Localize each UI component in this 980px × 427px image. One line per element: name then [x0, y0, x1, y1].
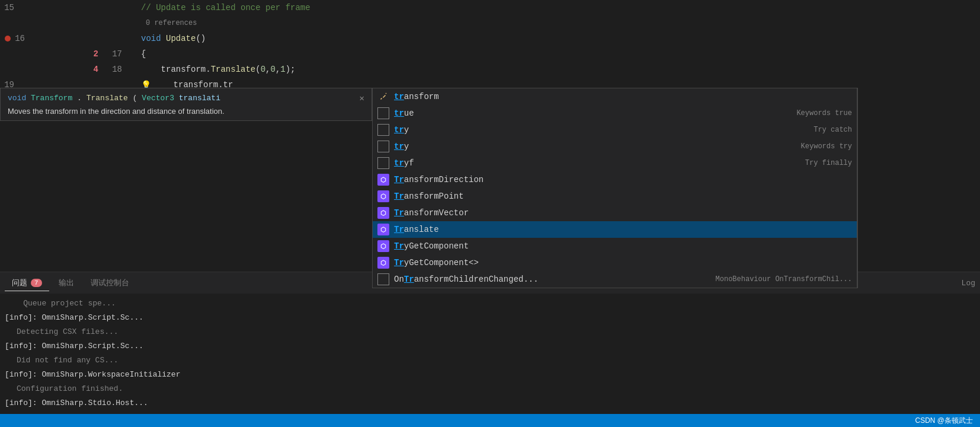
gutter: 15 16 2 17 4 18 19 — [0, 0, 136, 272]
match-tr-true: tr — [394, 109, 404, 118]
autocomplete-item-transformpoint[interactable]: ⬡ TransformPoint — [373, 188, 857, 205]
log-line-info2: [info]: OmniSharp.Script.Sc... — [5, 339, 975, 353]
gutter-row-17: 2 17 — [0, 46, 136, 62]
match-tr-transform: tr — [394, 92, 404, 101]
param-translati: translati — [179, 94, 220, 103]
param-hint-signature: void Transform . Translate ( Vector3 tra… — [8, 94, 220, 103]
tab-output[interactable]: 输出 — [52, 275, 81, 291]
item-label-transformdirection: TransformDirection — [394, 175, 483, 184]
autocomplete-item-transformdirection[interactable]: ⬡ TransformDirection — [373, 171, 857, 188]
item-label-try-keyword: try — [394, 142, 409, 151]
code-line-16: void Update () — [141, 31, 980, 46]
icon-class-trygetcomponent: ⬡ — [377, 240, 389, 252]
log-line-info4: [info]: OmniSharp.Stdio.Host... — [5, 396, 975, 410]
log-line-info3: [info]: OmniSharp.WorkspaceInitializer — [5, 367, 975, 381]
log-text-queue: Queue project spe... — [5, 299, 116, 308]
item-right-tryf: Try finally — [805, 159, 852, 167]
keyword-void-16: void — [141, 34, 166, 43]
tab-debug-label: 调试控制台 — [91, 278, 129, 288]
fn-update: Update — [166, 34, 196, 43]
autocomplete-item-translate[interactable]: ⬡ Translate — [373, 221, 857, 238]
autocomplete-item-transformvector[interactable]: ⬡ TransformVector — [373, 205, 857, 221]
icon-class-trygetcomponent-generic: ⬡ — [377, 257, 389, 269]
watermark-text: CSDN @条顿武士 — [915, 416, 973, 426]
problems-badge: 7 — [31, 279, 42, 287]
status-bar: CSDN @条顿武士 — [0, 414, 980, 427]
log-line-notfound: Did not find any CS... — [17, 353, 975, 367]
item-label-true: true — [394, 109, 414, 118]
match-Tr-transformdirection: Tr — [394, 175, 404, 184]
close-hint-button[interactable]: ✕ — [360, 93, 364, 103]
match-Tr-trygetcomponent: Tr — [394, 241, 404, 251]
autocomplete-item-ontransformchildrenchanged[interactable]: OnTransformChildrenChanged... MonoBehavi… — [373, 271, 857, 288]
icon-class-translate: ⬡ — [377, 224, 389, 235]
item-right-true: Keywords true — [796, 109, 852, 117]
autocomplete-item-try-keyword[interactable]: try Keywords try — [373, 138, 857, 155]
num-18c: 1 — [280, 65, 285, 74]
item-label-trygetcomponent: TryGetComponent — [394, 241, 469, 251]
panel-content: Queue project spe... [info]: OmniSharp.S… — [0, 294, 980, 414]
line-number-16: 16 — [11, 34, 34, 43]
item-right-try-keyword: Keywords try — [801, 142, 852, 151]
match-Tr-ontransform: Tr — [404, 275, 414, 284]
num-18a: 0 — [261, 65, 265, 74]
match-Tr-translate: Tr — [394, 225, 404, 234]
panel-right-log: Log — [962, 279, 975, 288]
autocomplete-item-true[interactable]: true Keywords true — [373, 105, 857, 122]
comment-text-15: // Update is called once per frame — [141, 3, 310, 12]
punc-brace-17: { — [141, 49, 146, 59]
autocomplete-item-try-catch[interactable]: try Try catch — [373, 122, 857, 138]
breakpoint-dot[interactable] — [5, 36, 11, 42]
tab-problems-label: 问题 — [12, 278, 27, 288]
autocomplete-item-transform[interactable]: transform — [373, 88, 857, 105]
icon-class-transformvector: ⬡ — [377, 207, 389, 219]
line-number-17: 17 — [108, 49, 132, 59]
match-Tr-trygetcomponent-generic: Tr — [394, 258, 404, 267]
item-label-tryf: tryf — [394, 158, 414, 168]
cls-vector3: Vector3 — [142, 94, 178, 103]
parameter-hint: void Transform . Translate ( Vector3 tra… — [0, 88, 372, 121]
autocomplete-list: transform true Keywords true try Try cat… — [373, 88, 857, 288]
gutter-row-18: 4 18 — [0, 62, 136, 77]
log-text-config: Configuration finished. — [17, 384, 123, 393]
cls-transform: Transform — [31, 94, 72, 103]
item-label-transform: transform — [394, 92, 439, 101]
kw-void: void — [8, 94, 31, 103]
log-text-info2: [info]: OmniSharp.Script.Sc... — [5, 342, 143, 350]
punc-18: ( — [255, 65, 260, 74]
log-line-csx: Detecting CSX files... — [17, 324, 975, 339]
icon-keyword-try — [377, 141, 389, 152]
item-right-ontransform: MonoBehaviour OnTransformChil... — [716, 275, 852, 283]
autocomplete-item-trygetcomponent[interactable]: ⬡ TryGetComponent — [373, 238, 857, 254]
punc-paren-hint: ( — [133, 94, 137, 103]
match-Tr-transformpoint: Tr — [394, 192, 404, 201]
log-line-config: Configuration finished. — [17, 381, 975, 396]
autocomplete-item-tryf[interactable]: tryf Try finally — [373, 155, 857, 171]
icon-wrench — [377, 91, 389, 103]
item-label-translate: Translate — [394, 225, 439, 234]
code-line-17: { — [141, 46, 980, 62]
icon-keyword-ontransform — [377, 273, 389, 285]
icon-keyword-tryf — [377, 157, 389, 169]
item-label-try-catch: try — [394, 125, 409, 135]
match-tr-try-catch: tr — [394, 125, 404, 135]
param-hint-title: void Transform . Translate ( Vector3 tra… — [8, 93, 364, 103]
item-right-try-catch: Try catch — [814, 126, 852, 134]
tab-problems[interactable]: 问题 7 — [5, 275, 49, 291]
autocomplete-item-trygetcomponent-generic[interactable]: ⬡ TryGetComponent<> — [373, 254, 857, 271]
icon-keyword-true — [377, 107, 389, 119]
item-label-trygetcomponent-generic: TryGetComponent<> — [394, 258, 479, 267]
item-label-transformpoint: TransformPoint — [394, 192, 464, 201]
log-text-notfound: Did not find any CS... — [17, 356, 119, 365]
code-line-ref: 0 references — [141, 15, 980, 31]
gutter-badge-2: 2 — [94, 49, 98, 59]
line-number-18: 18 — [108, 65, 132, 74]
tab-output-label: 输出 — [59, 278, 74, 288]
log-line-queue: Queue project spe... — [5, 296, 975, 310]
log-text-info1: [info]: OmniSharp.Script.Sc... — [5, 313, 143, 322]
tab-debug[interactable]: 调试控制台 — [84, 275, 136, 291]
bottom-panel: 问题 7 输出 调试控制台 Log Queue project spe... [… — [0, 272, 980, 414]
log-text-csx: Detecting CSX files... — [17, 327, 119, 336]
fn-translate-18: Translate — [211, 65, 256, 74]
item-label-ontransformchildrenchanged: OnTransformChildrenChanged... — [394, 275, 539, 284]
